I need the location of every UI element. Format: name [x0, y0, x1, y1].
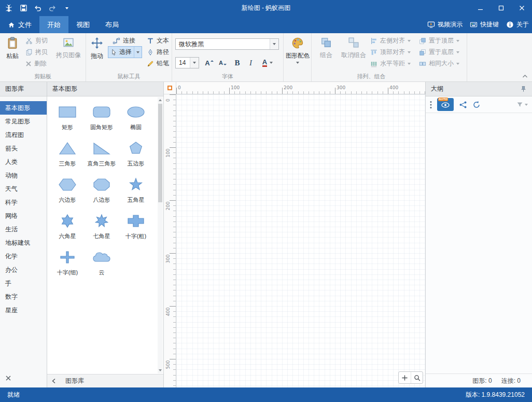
library-item-animals[interactable]: 动物	[0, 169, 47, 182]
align-left-dropdown-icon[interactable]	[408, 40, 411, 42]
to-front-dropdown-icon[interactable]	[456, 40, 459, 42]
text-tool-button[interactable]: 文本	[145, 35, 171, 46]
font-color-button[interactable]: A	[258, 57, 277, 68]
shape-hexagon[interactable]: 六边形	[50, 173, 85, 210]
shape-rounded-rectangle[interactable]: 圆角矩形	[85, 101, 119, 137]
more-menu-icon[interactable]	[430, 101, 432, 109]
shape-rectangle[interactable]: 矩形	[50, 101, 85, 137]
library-item-arrows[interactable]: 箭头	[0, 142, 47, 155]
bold-button[interactable]: B	[231, 57, 243, 68]
shape-color-button[interactable]: 图形配色	[285, 35, 311, 64]
library-item-common[interactable]: 常见图形	[0, 115, 47, 128]
scrollbar-thumb[interactable]	[158, 104, 162, 202]
video-demo-button[interactable]: 视频演示	[427, 20, 463, 29]
group-button[interactable]: 组合	[315, 35, 338, 60]
save-icon[interactable]	[19, 4, 28, 13]
h-equal-dropdown-icon[interactable]	[408, 63, 411, 65]
library-item-science[interactable]: 科学	[0, 196, 47, 209]
to-front-button[interactable]: 置于顶层	[417, 35, 461, 46]
font-family-dropdown[interactable]	[270, 39, 278, 49]
library-close-button[interactable]	[5, 375, 13, 383]
tab-file[interactable]: 文件	[0, 16, 39, 33]
auto-preview-toggle[interactable]: AUTO	[437, 98, 454, 111]
library-item-office[interactable]: 办公	[0, 263, 47, 276]
library-item-life[interactable]: 生活	[0, 223, 47, 236]
drawing-canvas[interactable]	[176, 94, 425, 387]
shrink-font-button[interactable]: A	[217, 57, 229, 68]
minimize-button[interactable]	[470, 0, 491, 16]
h-equal-button[interactable]: 水平等距	[369, 58, 412, 69]
same-size-dropdown-icon[interactable]	[456, 63, 459, 65]
qat-dropdown-icon[interactable]	[62, 4, 72, 13]
connect-tool-button[interactable]: 连接	[111, 35, 137, 46]
redo-icon[interactable]	[48, 4, 57, 13]
copy-button[interactable]: 拷贝	[24, 47, 49, 58]
cut-button[interactable]: 剪切	[24, 35, 49, 46]
library-item-flowchart[interactable]: 流程图	[0, 128, 47, 142]
drag-tool-button[interactable]: 拖动	[87, 35, 107, 61]
shape-octagon[interactable]: 八边形	[85, 173, 119, 210]
shape-pentagon[interactable]: 五边形	[119, 137, 153, 173]
select-tool-main[interactable]: 选择	[108, 48, 134, 57]
font-color-dropdown-icon[interactable]	[270, 62, 273, 64]
close-button[interactable]	[511, 0, 532, 16]
shape-triangle[interactable]: 三角形	[50, 137, 85, 173]
refresh-icon[interactable]	[472, 101, 481, 109]
undo-icon[interactable]	[33, 4, 43, 13]
ruler-origin-marker[interactable]	[167, 86, 172, 90]
maximize-button[interactable]	[491, 0, 511, 16]
scroll-up-icon[interactable]	[159, 99, 162, 101]
library-item-constellations[interactable]: 星座	[0, 303, 47, 317]
font-size-dropdown[interactable]	[190, 58, 199, 68]
scroll-down-icon[interactable]	[159, 369, 162, 371]
library-item-chemistry[interactable]: 化学	[0, 249, 47, 263]
share-icon[interactable]	[459, 101, 467, 109]
shape-right-triangle[interactable]: 直角三角形	[85, 137, 119, 173]
shape-star5[interactable]: 五角星	[119, 173, 153, 210]
collapse-ribbon-button[interactable]	[521, 73, 529, 80]
library-item-weather[interactable]: 天气	[0, 182, 47, 196]
delete-button[interactable]: 删除	[24, 58, 48, 69]
library-item-landmarks[interactable]: 地标建筑	[0, 236, 47, 249]
shape-color-dropdown-icon[interactable]	[296, 62, 299, 64]
library-item-hand[interactable]: 手	[0, 276, 47, 290]
align-top-dropdown-icon[interactable]	[408, 51, 411, 53]
tab-view[interactable]: 视图	[68, 16, 97, 33]
copy-image-button[interactable]: 拷贝图像	[53, 35, 84, 60]
about-button[interactable]: 关于	[506, 20, 529, 29]
shape-cross-thick[interactable]: 十字(粗)	[119, 210, 153, 246]
align-left-button[interactable]: 左侧对齐	[369, 35, 412, 46]
italic-button[interactable]: I	[245, 57, 257, 68]
font-size-combo[interactable]: 14	[175, 57, 199, 68]
same-size-button[interactable]: 相同大小	[417, 58, 461, 69]
select-tool-dropdown[interactable]	[134, 47, 142, 58]
collapse-panel-icon[interactable]	[51, 378, 56, 384]
pencil-tool-button[interactable]: 铅笔	[145, 58, 171, 69]
library-item-human[interactable]: 人类	[0, 155, 47, 169]
pin-icon[interactable]	[520, 86, 527, 92]
shortcuts-button[interactable]: 快捷键	[470, 20, 499, 29]
to-back-dropdown-icon[interactable]	[456, 51, 459, 53]
tab-layout[interactable]: 布局	[97, 16, 127, 33]
shape-star6[interactable]: 六角星	[50, 210, 85, 246]
select-tool-button[interactable]: 选择	[108, 46, 142, 58]
library-item-basic[interactable]: 基本图形	[0, 101, 47, 115]
library-item-network[interactable]: 网络	[0, 209, 47, 223]
font-family-combo[interactable]: 微软雅黑	[175, 38, 279, 50]
shape-ellipse[interactable]: 椭圆	[119, 101, 153, 137]
to-back-button[interactable]: 置于底层	[417, 47, 461, 58]
shape-star7[interactable]: 七角星	[85, 210, 119, 246]
tab-start[interactable]: 开始	[39, 16, 68, 33]
ungroup-button[interactable]: 取消组合	[339, 35, 369, 60]
shape-panel-scrollbar[interactable]	[158, 97, 163, 373]
paste-button[interactable]: 粘贴	[2, 35, 23, 61]
shape-cross-thin[interactable]: 十字(细)	[50, 246, 85, 282]
zoom-button[interactable]	[411, 372, 423, 383]
outline-filter-button[interactable]	[516, 101, 528, 108]
shape-cloud[interactable]: 云	[85, 246, 119, 282]
path-tool-button[interactable]: 路径	[145, 47, 171, 58]
pan-button[interactable]	[399, 372, 411, 383]
grow-font-button[interactable]: A	[203, 57, 215, 68]
library-item-numbers[interactable]: 数字	[0, 290, 47, 303]
align-top-button[interactable]: 顶部对齐	[369, 47, 412, 58]
